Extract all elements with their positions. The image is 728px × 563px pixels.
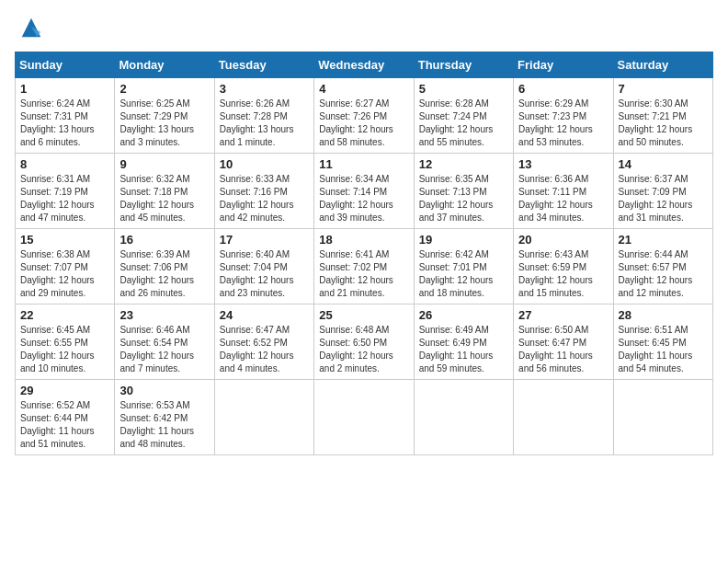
empty-cell xyxy=(514,380,613,455)
calendar-day-cell: 13Sunrise: 6:36 AMSunset: 7:11 PMDayligh… xyxy=(514,154,613,229)
calendar-day-cell: 26Sunrise: 6:49 AMSunset: 6:49 PMDayligh… xyxy=(414,304,513,380)
column-header-thursday: Thursday xyxy=(414,52,513,78)
calendar-day-cell: 2Sunrise: 6:25 AMSunset: 7:29 PMDaylight… xyxy=(115,78,214,154)
calendar-table: SundayMondayTuesdayWednesdayThursdayFrid… xyxy=(15,52,713,455)
day-info: Sunrise: 6:40 AMSunset: 7:04 PMDaylight:… xyxy=(220,248,309,300)
day-info: Sunrise: 6:53 AMSunset: 6:42 PMDaylight:… xyxy=(119,399,209,451)
day-number: 10 xyxy=(220,157,309,171)
calendar-day-cell: 18Sunrise: 6:41 AMSunset: 7:02 PMDayligh… xyxy=(314,229,414,304)
calendar-day-cell: 24Sunrise: 6:47 AMSunset: 6:52 PMDayligh… xyxy=(214,304,313,380)
day-info: Sunrise: 6:49 AMSunset: 6:49 PMDaylight:… xyxy=(419,324,508,375)
logo xyxy=(15,15,44,40)
calendar-day-cell: 25Sunrise: 6:48 AMSunset: 6:50 PMDayligh… xyxy=(314,304,414,380)
day-number: 2 xyxy=(119,82,209,96)
calendar-day-cell: 6Sunrise: 6:29 AMSunset: 7:23 PMDaylight… xyxy=(514,78,613,154)
calendar-day-cell: 19Sunrise: 6:42 AMSunset: 7:01 PMDayligh… xyxy=(414,229,513,304)
day-number: 19 xyxy=(419,233,508,247)
calendar-day-cell: 11Sunrise: 6:34 AMSunset: 7:14 PMDayligh… xyxy=(314,154,414,229)
calendar-day-cell: 27Sunrise: 6:50 AMSunset: 6:47 PMDayligh… xyxy=(514,304,613,380)
day-number: 8 xyxy=(20,157,109,171)
calendar-day-cell: 5Sunrise: 6:28 AMSunset: 7:24 PMDaylight… xyxy=(414,78,513,154)
day-info: Sunrise: 6:41 AMSunset: 7:02 PMDaylight:… xyxy=(319,248,408,300)
calendar-week-row: 22Sunrise: 6:45 AMSunset: 6:55 PMDayligh… xyxy=(16,304,713,380)
day-number: 23 xyxy=(119,308,209,322)
day-info: Sunrise: 6:24 AMSunset: 7:31 PMDaylight:… xyxy=(20,98,109,149)
calendar-day-cell: 20Sunrise: 6:43 AMSunset: 6:59 PMDayligh… xyxy=(514,229,613,304)
empty-cell xyxy=(414,380,513,455)
calendar-day-cell: 14Sunrise: 6:37 AMSunset: 7:09 PMDayligh… xyxy=(613,154,712,229)
day-number: 3 xyxy=(220,82,309,96)
day-number: 26 xyxy=(419,308,508,322)
day-info: Sunrise: 6:52 AMSunset: 6:44 PMDaylight:… xyxy=(20,399,109,451)
day-info: Sunrise: 6:46 AMSunset: 6:54 PMDaylight:… xyxy=(119,324,209,375)
day-number: 7 xyxy=(619,82,708,96)
day-info: Sunrise: 6:36 AMSunset: 7:11 PMDaylight:… xyxy=(518,173,608,224)
calendar-day-cell: 28Sunrise: 6:51 AMSunset: 6:45 PMDayligh… xyxy=(613,304,712,380)
calendar-day-cell: 22Sunrise: 6:45 AMSunset: 6:55 PMDayligh… xyxy=(16,304,115,380)
day-info: Sunrise: 6:29 AMSunset: 7:23 PMDaylight:… xyxy=(518,98,608,149)
calendar-day-cell: 7Sunrise: 6:30 AMSunset: 7:21 PMDaylight… xyxy=(613,78,712,154)
calendar-day-cell: 1Sunrise: 6:24 AMSunset: 7:31 PMDaylight… xyxy=(16,78,115,154)
day-info: Sunrise: 6:32 AMSunset: 7:18 PMDaylight:… xyxy=(119,173,209,224)
day-number: 28 xyxy=(619,308,708,322)
day-number: 17 xyxy=(220,233,309,247)
day-info: Sunrise: 6:38 AMSunset: 7:07 PMDaylight:… xyxy=(20,248,109,300)
day-info: Sunrise: 6:28 AMSunset: 7:24 PMDaylight:… xyxy=(419,98,508,149)
day-number: 9 xyxy=(119,157,209,171)
calendar-day-cell: 21Sunrise: 6:44 AMSunset: 6:57 PMDayligh… xyxy=(613,229,712,304)
calendar-day-cell: 8Sunrise: 6:31 AMSunset: 7:19 PMDaylight… xyxy=(16,154,115,229)
day-number: 13 xyxy=(518,157,608,171)
calendar-day-cell: 10Sunrise: 6:33 AMSunset: 7:16 PMDayligh… xyxy=(214,154,313,229)
calendar-day-cell: 16Sunrise: 6:39 AMSunset: 7:06 PMDayligh… xyxy=(115,229,214,304)
day-info: Sunrise: 6:48 AMSunset: 6:50 PMDaylight:… xyxy=(319,324,408,375)
empty-cell xyxy=(613,380,712,455)
calendar-day-cell: 4Sunrise: 6:27 AMSunset: 7:26 PMDaylight… xyxy=(314,78,414,154)
calendar-day-cell: 29Sunrise: 6:52 AMSunset: 6:44 PMDayligh… xyxy=(16,380,115,455)
calendar-header-row: SundayMondayTuesdayWednesdayThursdayFrid… xyxy=(16,52,713,78)
column-header-sunday: Sunday xyxy=(16,52,115,78)
column-header-wednesday: Wednesday xyxy=(314,52,414,78)
day-info: Sunrise: 6:35 AMSunset: 7:13 PMDaylight:… xyxy=(419,173,508,224)
day-number: 6 xyxy=(518,82,608,96)
calendar-day-cell: 23Sunrise: 6:46 AMSunset: 6:54 PMDayligh… xyxy=(115,304,214,380)
calendar-day-cell: 9Sunrise: 6:32 AMSunset: 7:18 PMDaylight… xyxy=(115,154,214,229)
day-info: Sunrise: 6:44 AMSunset: 6:57 PMDaylight:… xyxy=(619,248,708,300)
column-header-tuesday: Tuesday xyxy=(214,52,313,78)
day-number: 21 xyxy=(619,233,708,247)
day-number: 29 xyxy=(20,384,109,397)
page-header xyxy=(15,15,713,40)
day-info: Sunrise: 6:45 AMSunset: 6:55 PMDaylight:… xyxy=(20,324,109,375)
calendar-week-row: 29Sunrise: 6:52 AMSunset: 6:44 PMDayligh… xyxy=(16,380,713,455)
day-info: Sunrise: 6:42 AMSunset: 7:01 PMDaylight:… xyxy=(419,248,508,300)
calendar-week-row: 1Sunrise: 6:24 AMSunset: 7:31 PMDaylight… xyxy=(16,78,713,154)
day-number: 5 xyxy=(419,82,508,96)
calendar-day-cell: 12Sunrise: 6:35 AMSunset: 7:13 PMDayligh… xyxy=(414,154,513,229)
empty-cell xyxy=(214,380,313,455)
day-info: Sunrise: 6:31 AMSunset: 7:19 PMDaylight:… xyxy=(20,173,109,224)
day-info: Sunrise: 6:34 AMSunset: 7:14 PMDaylight:… xyxy=(319,173,408,224)
day-info: Sunrise: 6:27 AMSunset: 7:26 PMDaylight:… xyxy=(319,98,408,149)
day-info: Sunrise: 6:50 AMSunset: 6:47 PMDaylight:… xyxy=(518,324,608,375)
day-info: Sunrise: 6:30 AMSunset: 7:21 PMDaylight:… xyxy=(619,98,708,149)
column-header-saturday: Saturday xyxy=(613,52,712,78)
day-number: 1 xyxy=(20,82,109,96)
day-number: 15 xyxy=(20,233,109,247)
calendar-week-row: 8Sunrise: 6:31 AMSunset: 7:19 PMDaylight… xyxy=(16,154,713,229)
day-info: Sunrise: 6:37 AMSunset: 7:09 PMDaylight:… xyxy=(619,173,708,224)
calendar-day-cell: 17Sunrise: 6:40 AMSunset: 7:04 PMDayligh… xyxy=(214,229,313,304)
day-number: 11 xyxy=(319,157,408,171)
day-info: Sunrise: 6:47 AMSunset: 6:52 PMDaylight:… xyxy=(220,324,309,375)
day-number: 22 xyxy=(20,308,109,322)
day-info: Sunrise: 6:43 AMSunset: 6:59 PMDaylight:… xyxy=(518,248,608,300)
day-number: 14 xyxy=(619,157,708,171)
calendar-day-cell: 30Sunrise: 6:53 AMSunset: 6:42 PMDayligh… xyxy=(115,380,214,455)
column-header-friday: Friday xyxy=(514,52,613,78)
day-info: Sunrise: 6:26 AMSunset: 7:28 PMDaylight:… xyxy=(220,98,309,149)
day-number: 18 xyxy=(319,233,408,247)
day-number: 20 xyxy=(518,233,608,247)
day-info: Sunrise: 6:51 AMSunset: 6:45 PMDaylight:… xyxy=(619,324,708,375)
calendar-day-cell: 15Sunrise: 6:38 AMSunset: 7:07 PMDayligh… xyxy=(16,229,115,304)
day-number: 4 xyxy=(319,82,408,96)
day-number: 25 xyxy=(319,308,408,322)
day-info: Sunrise: 6:39 AMSunset: 7:06 PMDaylight:… xyxy=(119,248,209,300)
